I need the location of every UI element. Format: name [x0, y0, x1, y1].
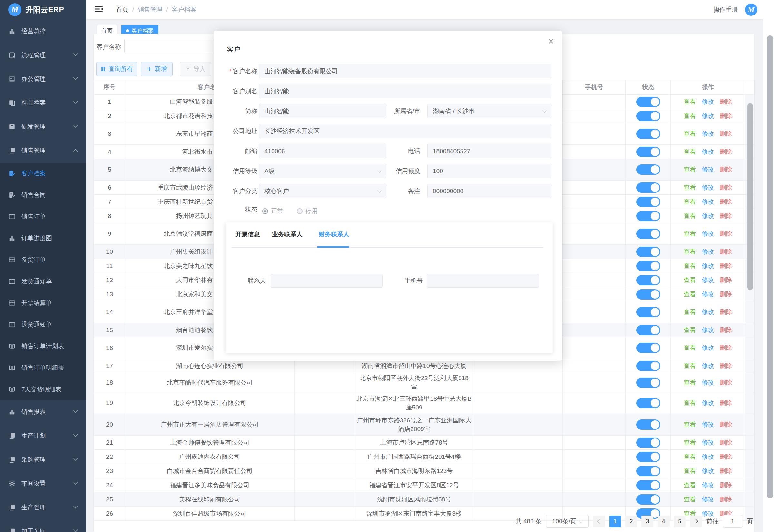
- edit-link[interactable]: 修改: [702, 326, 714, 335]
- del-link[interactable]: 删除: [720, 290, 732, 299]
- manual-link[interactable]: 操作手册: [713, 0, 738, 19]
- sidebar-item-流程管理[interactable]: 流程管理: [0, 43, 86, 67]
- tab-开票信息[interactable]: 开票信息: [235, 230, 260, 239]
- view-link[interactable]: 查看: [684, 467, 696, 476]
- page-button-4[interactable]: 4: [658, 516, 670, 527]
- sidebar-item-研发管理[interactable]: 研发管理: [0, 115, 86, 139]
- view-link[interactable]: 查看: [684, 165, 696, 174]
- view-link[interactable]: 查看: [684, 420, 696, 429]
- view-link[interactable]: 查看: [684, 399, 696, 408]
- credit-level-select[interactable]: A级: [259, 164, 386, 178]
- view-link[interactable]: 查看: [684, 495, 696, 504]
- sidebar-item-料品档案[interactable]: 料品档案: [0, 91, 86, 115]
- status-toggle[interactable]: [636, 229, 660, 239]
- edit-link[interactable]: 修改: [702, 165, 714, 174]
- view-link[interactable]: 查看: [684, 361, 696, 370]
- query-all-button[interactable]: 查询所有: [96, 62, 137, 76]
- status-toggle[interactable]: [636, 325, 660, 335]
- status-toggle[interactable]: [636, 480, 660, 490]
- del-link[interactable]: 删除: [720, 229, 732, 238]
- edit-link[interactable]: 修改: [702, 495, 714, 504]
- status-toggle[interactable]: [636, 197, 660, 207]
- edit-link[interactable]: 修改: [702, 378, 714, 387]
- status-toggle[interactable]: [636, 111, 660, 121]
- sidebar-item-销售订单计划表[interactable]: 销售订单计划表: [0, 335, 86, 357]
- del-link[interactable]: 删除: [720, 399, 732, 408]
- edit-link[interactable]: 修改: [702, 212, 714, 221]
- tab-业务联系人[interactable]: 业务联系人: [272, 230, 303, 239]
- contact-name-input[interactable]: [271, 274, 383, 288]
- tab-财务联系人[interactable]: 财务联系人: [319, 230, 349, 239]
- status-toggle[interactable]: [636, 129, 660, 139]
- sidebar-item-开票结算单[interactable]: 开票结算单: [0, 292, 86, 314]
- sidebar-item-发货通知单[interactable]: 发货通知单: [0, 271, 86, 292]
- edit-link[interactable]: 修改: [702, 147, 714, 156]
- edit-link[interactable]: 修改: [702, 183, 714, 192]
- short-name-input[interactable]: [259, 104, 386, 118]
- del-link[interactable]: 删除: [720, 326, 732, 335]
- del-link[interactable]: 删除: [720, 165, 732, 174]
- sidebar-item-订单进度图[interactable]: 订单进度图: [0, 227, 86, 249]
- breadcrumb-item-客户档案[interactable]: 客户档案: [172, 5, 196, 14]
- view-link[interactable]: 查看: [684, 97, 696, 106]
- view-link[interactable]: 查看: [684, 308, 696, 317]
- credit-quota-input[interactable]: [427, 164, 551, 178]
- view-link[interactable]: 查看: [684, 129, 696, 138]
- sidebar-item-生产管理[interactable]: 生产管理: [0, 496, 86, 519]
- status-toggle[interactable]: [636, 289, 660, 300]
- sidebar-item-客户档案[interactable]: 客户档案: [0, 163, 86, 184]
- del-link[interactable]: 删除: [720, 197, 732, 206]
- edit-link[interactable]: 修改: [702, 399, 714, 408]
- sidebar-item-加工车间[interactable]: 加工车间: [0, 519, 86, 532]
- view-link[interactable]: 查看: [684, 290, 696, 299]
- edit-link[interactable]: 修改: [702, 261, 714, 271]
- view-link[interactable]: 查看: [684, 183, 696, 192]
- page-scrollbar-thumb[interactable]: [767, 35, 773, 498]
- edit-link[interactable]: 修改: [702, 420, 714, 429]
- sidebar-item-生产计划[interactable]: 生产计划: [0, 424, 86, 448]
- status-toggle[interactable]: [636, 452, 660, 462]
- view-link[interactable]: 查看: [684, 229, 696, 238]
- sidebar-item-经营总控[interactable]: 经营总控: [0, 19, 86, 43]
- edit-link[interactable]: 修改: [702, 343, 714, 352]
- edit-link[interactable]: 修改: [702, 290, 714, 299]
- next-page-button[interactable]: [690, 516, 702, 527]
- del-link[interactable]: 删除: [720, 147, 732, 156]
- status-toggle[interactable]: [636, 261, 660, 271]
- status-toggle[interactable]: [636, 164, 660, 175]
- view-link[interactable]: 查看: [684, 276, 696, 285]
- customer-category-select[interactable]: 核心客户: [259, 184, 386, 198]
- sidebar-item-办公管理[interactable]: 办公管理: [0, 67, 86, 91]
- del-link[interactable]: 删除: [720, 212, 732, 221]
- edit-link[interactable]: 修改: [702, 481, 714, 490]
- status-toggle[interactable]: [636, 361, 660, 371]
- view-link[interactable]: 查看: [684, 112, 696, 121]
- view-link[interactable]: 查看: [684, 481, 696, 490]
- page-button-5[interactable]: 5: [674, 516, 686, 527]
- zip-input[interactable]: [259, 144, 386, 158]
- del-link[interactable]: 删除: [720, 112, 732, 121]
- telephone-input[interactable]: [427, 144, 551, 158]
- remark-input[interactable]: [427, 184, 551, 198]
- page-scrollbar[interactable]: [763, 0, 774, 532]
- del-link[interactable]: 删除: [720, 261, 732, 271]
- add-button[interactable]: 新增: [141, 62, 173, 76]
- import-button[interactable]: 导入: [180, 62, 211, 76]
- sidebar-item-7天交货明细表[interactable]: 7天交货明细表: [0, 379, 86, 400]
- status-toggle[interactable]: [636, 147, 660, 157]
- page-button-2[interactable]: 2: [625, 516, 637, 527]
- view-link[interactable]: 查看: [684, 326, 696, 335]
- view-link[interactable]: 查看: [684, 452, 696, 461]
- del-link[interactable]: 删除: [720, 467, 732, 476]
- del-link[interactable]: 删除: [720, 247, 732, 256]
- status-toggle[interactable]: [636, 494, 660, 505]
- sidebar-item-采购管理[interactable]: 采购管理: [0, 448, 86, 472]
- sidebar-item-备货订单[interactable]: 备货订单: [0, 249, 86, 271]
- del-link[interactable]: 删除: [720, 183, 732, 192]
- status-toggle[interactable]: [636, 419, 660, 430]
- company-address-input[interactable]: [259, 124, 551, 138]
- del-link[interactable]: 删除: [720, 481, 732, 490]
- sidebar-item-销售订单[interactable]: 销售订单: [0, 206, 86, 227]
- avatar[interactable]: M: [745, 4, 757, 16]
- edit-link[interactable]: 修改: [702, 129, 714, 138]
